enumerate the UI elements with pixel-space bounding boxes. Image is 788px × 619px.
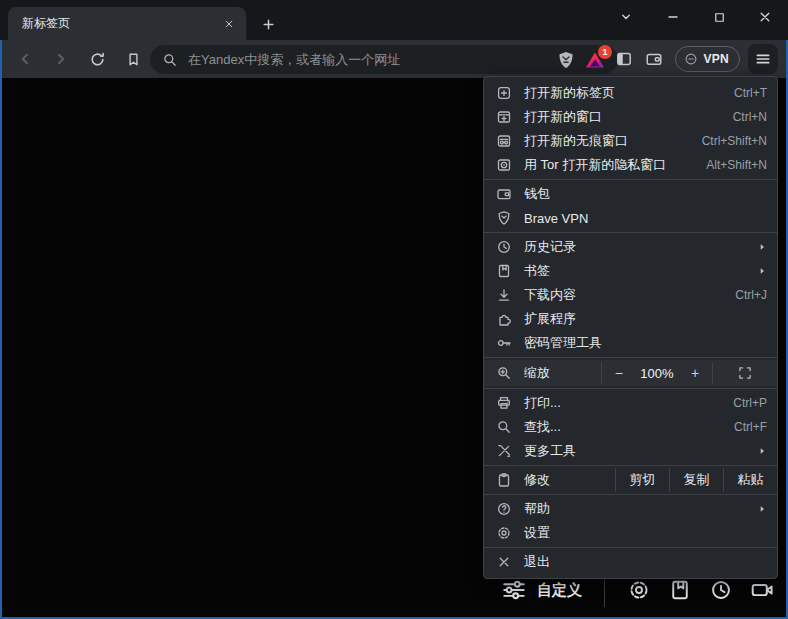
menu-item-label: 下载内容: [524, 286, 725, 304]
edit-copy-button[interactable]: 复制: [669, 468, 723, 492]
maximize-icon[interactable]: [702, 4, 736, 30]
address-bar[interactable]: 在Yandex中搜索，或者输入一个网址 1: [150, 45, 618, 74]
menu-item-label: 书签: [524, 262, 749, 280]
menu-item-new-incognito-window[interactable]: 打开新的无痕窗口 Ctrl+Shift+N: [484, 129, 777, 153]
menu-item-label: 打开新的无痕窗口: [524, 132, 692, 150]
menu-item-new-tab[interactable]: 打开新的标签页 Ctrl+T: [484, 81, 777, 105]
sliders-icon: [501, 577, 527, 603]
puzzle-icon: [496, 311, 512, 327]
menu-item-more-tools[interactable]: 更多工具: [484, 439, 777, 463]
brave-rewards-icon[interactable]: 1: [586, 50, 608, 70]
menu-item-label: 钱包: [524, 185, 767, 203]
menu-item-bookmarks[interactable]: 书签: [484, 259, 777, 283]
search-icon: [162, 52, 178, 68]
menu-item-password-manager[interactable]: 密码管理工具: [484, 331, 777, 355]
tab-search-chevron-icon[interactable]: [609, 4, 643, 30]
help-icon: [496, 501, 512, 517]
tab-title: 新标签页: [22, 15, 220, 32]
history-icon[interactable]: [709, 578, 733, 602]
menu-separator: [484, 232, 777, 233]
menu-item-label: 打印...: [524, 394, 723, 412]
hamburger-menu-icon[interactable]: [748, 44, 778, 74]
fullscreen-button[interactable]: [713, 360, 777, 386]
vpn-label: VPN: [703, 52, 729, 66]
wallet-icon[interactable]: [639, 44, 669, 74]
menu-item-print[interactable]: 打印... Ctrl+P: [484, 391, 777, 415]
menu-item-label: 缩放: [524, 364, 601, 382]
menu-item-zoom: 缩放 − 100% +: [484, 360, 777, 386]
submenu-arrow-icon: [757, 266, 767, 276]
menu-item-exit[interactable]: 退出: [484, 550, 777, 574]
bookmark-icon: [496, 263, 512, 279]
brave-shield-icon[interactable]: [556, 50, 576, 70]
search-icon: [496, 419, 512, 435]
zoom-in-button[interactable]: +: [683, 365, 707, 381]
fullscreen-icon: [737, 365, 753, 381]
menu-separator: [484, 357, 777, 358]
titlebar: 新标签页: [0, 0, 788, 40]
menu-item-label: 历史记录: [524, 238, 749, 256]
new-window-icon: [496, 109, 512, 125]
menu-item-wallet[interactable]: 钱包: [484, 182, 777, 206]
menu-item-shortcut: Ctrl+J: [735, 288, 767, 302]
back-icon[interactable]: [10, 44, 40, 74]
address-bar-placeholder: 在Yandex中搜索，或者输入一个网址: [188, 51, 556, 69]
menu-item-new-window[interactable]: 打开新的窗口 Ctrl+N: [484, 105, 777, 129]
gear-icon[interactable]: [627, 578, 651, 602]
menu-item-new-tor-window[interactable]: 用 Tor 打开新的隐私窗口 Alt+Shift+N: [484, 153, 777, 177]
menu-separator: [484, 494, 777, 495]
submenu-arrow-icon: [757, 446, 767, 456]
app-menu: 打开新的标签页 Ctrl+T 打开新的窗口 Ctrl+N 打开新的无痕窗口 Ct…: [483, 76, 778, 579]
toolbar-right: VPN: [609, 40, 788, 78]
menu-item-find[interactable]: 查找... Ctrl+F: [484, 415, 777, 439]
menu-item-shortcut: Ctrl+N: [733, 110, 767, 124]
menu-item-brave-vpn[interactable]: Brave VPN: [484, 206, 777, 230]
minimize-icon[interactable]: [656, 4, 690, 30]
customize-button[interactable]: 自定义: [537, 581, 582, 600]
menu-item-settings[interactable]: 设置: [484, 521, 777, 545]
reload-icon[interactable]: [82, 44, 112, 74]
tor-icon: [496, 157, 512, 173]
menu-item-label: 密码管理工具: [524, 334, 767, 352]
new-tab-plus-icon[interactable]: [256, 12, 280, 36]
tab-new-tab-page[interactable]: 新标签页: [8, 7, 246, 40]
close-icon[interactable]: [748, 4, 782, 30]
menu-item-history[interactable]: 历史记录: [484, 235, 777, 259]
history-icon: [496, 239, 512, 255]
edit-cut-button[interactable]: 剪切: [615, 468, 669, 492]
clipboard-icon: [496, 472, 512, 488]
menu-item-label: 用 Tor 打开新的隐私窗口: [524, 156, 696, 174]
key-icon: [496, 335, 512, 351]
zoom-in-icon: [496, 365, 512, 381]
close-icon: [496, 554, 512, 570]
menu-item-edit: 修改 剪切 复制 粘贴: [484, 468, 777, 492]
tools-icon: [496, 443, 512, 459]
edit-paste-button[interactable]: 粘贴: [723, 468, 777, 492]
menu-item-help[interactable]: 帮助: [484, 497, 777, 521]
camera-icon[interactable]: [750, 578, 774, 602]
menu-item-downloads[interactable]: 下载内容 Ctrl+J: [484, 283, 777, 307]
vpn-minus-circle-icon: [684, 52, 698, 66]
zoom-out-button[interactable]: −: [607, 365, 631, 381]
vpn-button[interactable]: VPN: [675, 46, 740, 72]
browser-window: 新标签页 在Yandex中搜索，或者输入一个网址 1 VPN: [0, 0, 788, 619]
bookmark-icon[interactable]: [118, 44, 148, 74]
shield-icon: [496, 210, 512, 226]
gear-icon: [496, 525, 512, 541]
tab-close-icon[interactable]: [220, 15, 238, 33]
book-icon[interactable]: [668, 578, 692, 602]
menu-item-label: 退出: [524, 553, 767, 571]
menu-item-shortcut: Ctrl+Shift+N: [702, 134, 767, 148]
download-icon: [496, 287, 512, 303]
submenu-arrow-icon: [757, 504, 767, 514]
forward-icon[interactable]: [46, 44, 76, 74]
zoom-level: 100%: [640, 366, 673, 381]
menu-item-label: 扩展程序: [524, 310, 767, 328]
menu-item-label: 帮助: [524, 500, 749, 518]
sidebar-icon[interactable]: [609, 44, 639, 74]
menu-item-shortcut: Ctrl+P: [733, 396, 767, 410]
submenu-arrow-icon: [757, 242, 767, 252]
menu-item-extensions[interactable]: 扩展程序: [484, 307, 777, 331]
menu-item-label: 打开新的窗口: [524, 108, 723, 126]
menu-item-label: 更多工具: [524, 442, 749, 460]
